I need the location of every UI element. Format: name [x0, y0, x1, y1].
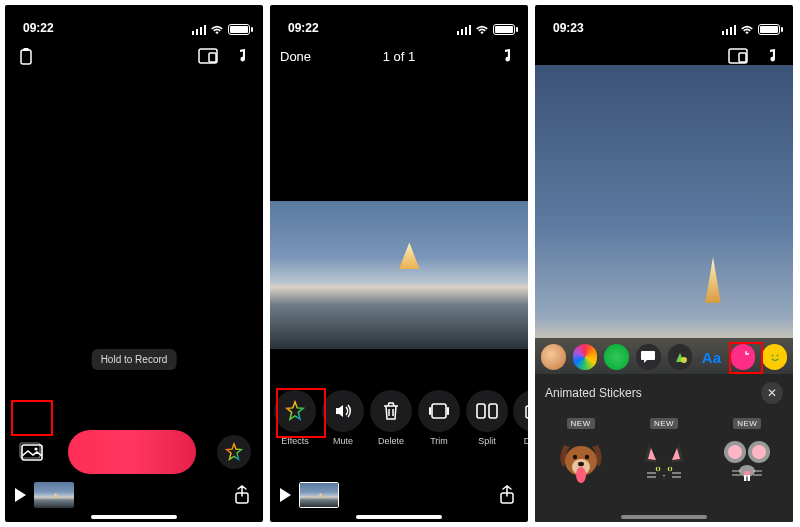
play-button[interactable]: [280, 488, 291, 502]
wifi-icon: [740, 25, 754, 35]
clip-thumbnail[interactable]: [34, 482, 74, 508]
close-button[interactable]: ✕: [761, 382, 783, 404]
clip-thumbnail[interactable]: [299, 482, 339, 508]
status-bar: 09:22 88: [270, 5, 528, 39]
svg-point-35: [744, 471, 750, 476]
screen-stickers: 09:23 88 Aa: [535, 5, 793, 522]
home-indicator: [356, 515, 442, 519]
status-time: 09:22: [23, 21, 54, 35]
status-time: 09:22: [288, 21, 319, 35]
svg-point-18: [771, 355, 773, 357]
battery-icon: 88: [493, 24, 518, 35]
cellular-icon: [192, 25, 207, 35]
hold-to-record-tooltip: Hold to Record: [92, 349, 177, 370]
svg-rect-8: [432, 404, 446, 418]
cellular-icon: [457, 25, 472, 35]
clip-preview[interactable]: [270, 201, 528, 349]
tool-label: Dupli: [524, 436, 528, 446]
svg-rect-9: [477, 404, 485, 418]
svg-point-25: [576, 467, 586, 483]
new-badge: NEW: [650, 418, 678, 429]
svg-point-29: [669, 467, 671, 471]
battery-icon: 88: [758, 24, 783, 35]
screen-record: 09:22 88: [5, 5, 263, 522]
new-badge: NEW: [733, 418, 761, 429]
top-bar: Done 1 of 1: [270, 39, 528, 73]
home-indicator: [621, 515, 707, 519]
svg-rect-10: [489, 404, 497, 418]
tool-label: Mute: [333, 436, 353, 446]
share-icon[interactable]: [231, 484, 253, 506]
tool-label: Delete: [378, 436, 404, 446]
music-icon[interactable]: [496, 45, 518, 67]
svg-point-5: [34, 447, 37, 450]
fx-emoji[interactable]: [762, 344, 787, 370]
play-button[interactable]: [15, 488, 26, 502]
new-badge: NEW: [567, 418, 595, 429]
wifi-icon: [475, 25, 489, 35]
svg-point-22: [572, 455, 576, 459]
aspect-ratio-icon[interactable]: [727, 45, 749, 67]
svg-point-32: [728, 445, 742, 459]
record-button[interactable]: [68, 430, 196, 474]
sticker-dog[interactable]: NEW: [549, 418, 612, 487]
svg-rect-3: [209, 53, 216, 62]
tool-mute[interactable]: Mute: [322, 390, 364, 446]
tool-duplicate[interactable]: Dupli: [514, 390, 528, 446]
svg-point-28: [657, 467, 659, 471]
svg-point-16: [681, 357, 687, 363]
sticker-image: [554, 433, 608, 487]
tool-trim[interactable]: Trim: [418, 390, 460, 446]
svg-rect-1: [23, 48, 29, 51]
fx-live[interactable]: [604, 344, 629, 370]
cellular-icon: [722, 25, 737, 35]
clip-counter: 1 of 1: [383, 49, 416, 64]
effects-button[interactable]: [217, 435, 251, 469]
tool-split[interactable]: Split: [466, 390, 508, 446]
svg-rect-37: [748, 475, 750, 481]
sticker-cat[interactable]: NEW: [632, 418, 695, 487]
svg-point-19: [776, 355, 778, 357]
svg-rect-11: [526, 406, 528, 418]
svg-rect-15: [739, 53, 746, 62]
record-controls: [5, 430, 263, 474]
status-bar: 09:23 88: [535, 5, 793, 39]
music-icon[interactable]: [231, 45, 253, 67]
fx-memoji[interactable]: [541, 344, 566, 370]
svg-rect-36: [744, 475, 746, 481]
battery-icon: 88: [228, 24, 253, 35]
svg-rect-14: [729, 49, 747, 63]
status-bar: 09:22 88: [5, 5, 263, 39]
svg-point-24: [578, 462, 584, 467]
sticker-image: [637, 433, 691, 487]
stickers-panel: Animated Stickers ✕ NEW: [535, 374, 793, 522]
highlight-box: [11, 400, 53, 436]
photo-library-button[interactable]: [17, 440, 47, 464]
svg-point-17: [768, 350, 782, 364]
projects-icon[interactable]: [15, 45, 37, 67]
status-time: 09:23: [553, 21, 584, 35]
fx-text-bubble[interactable]: [636, 344, 661, 370]
top-bar: [5, 39, 263, 73]
aspect-ratio-icon[interactable]: [197, 45, 219, 67]
done-button[interactable]: Done: [280, 49, 311, 64]
screen-edit: 09:22 88 Done 1 of 1 Effects Mute: [270, 5, 528, 522]
svg-point-23: [584, 455, 588, 459]
tool-delete[interactable]: Delete: [370, 390, 412, 446]
music-icon[interactable]: [761, 45, 783, 67]
wifi-icon: [210, 25, 224, 35]
share-icon[interactable]: [496, 484, 518, 506]
fx-shapes[interactable]: [668, 344, 693, 370]
fx-text[interactable]: Aa: [699, 344, 724, 370]
tool-label: Split: [478, 436, 496, 446]
timeline-tray: [5, 478, 263, 512]
highlight-box: [729, 342, 763, 374]
fx-filters[interactable]: [573, 344, 598, 370]
panel-title: Animated Stickers: [545, 386, 642, 400]
tool-label: Trim: [430, 436, 448, 446]
svg-rect-2: [199, 49, 217, 63]
svg-point-33: [752, 445, 766, 459]
sticker-mouse[interactable]: NEW: [716, 418, 779, 487]
timeline-tray: [270, 478, 528, 512]
svg-rect-0: [21, 50, 31, 64]
